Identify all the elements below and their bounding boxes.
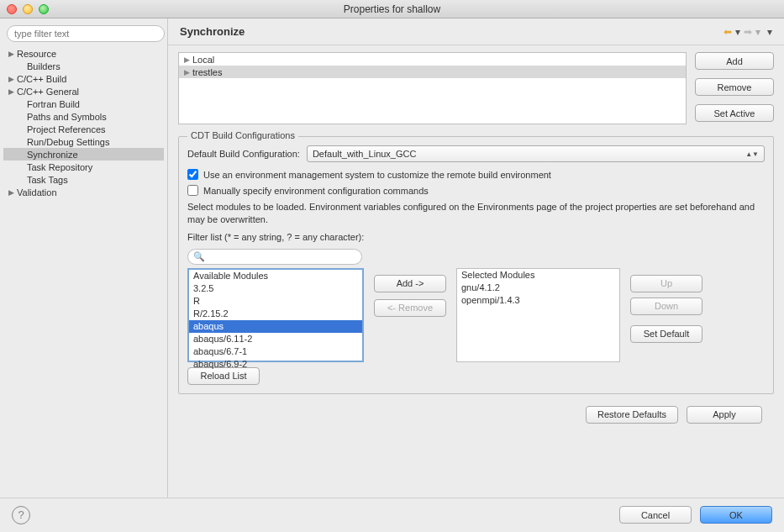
connection-item[interactable]: ▶trestles <box>179 66 686 78</box>
nav-back-icon[interactable]: ⬅ <box>723 26 732 38</box>
add-module-button[interactable]: Add -> <box>374 275 446 292</box>
available-module-row[interactable]: R/2.15.2 <box>189 308 362 320</box>
use-env-checkbox[interactable] <box>187 169 198 180</box>
available-module-row[interactable]: abaqus <box>189 320 362 333</box>
sidebar-item-label: Builders <box>27 61 61 71</box>
selected-modules-list[interactable]: Selected Modulesgnu/4.1.2openmpi/1.4.3 <box>456 268 620 362</box>
sidebar-item-label: Paths and Symbols <box>27 112 107 122</box>
sidebar-item-fortran-build[interactable]: Fortran Build <box>3 97 164 110</box>
disclosure-arrow-icon[interactable]: ▶ <box>8 188 17 197</box>
category-tree: ▶ResourceBuilders▶C/C++ Build▶C/C++ Gene… <box>3 47 164 198</box>
sidebar-item-c-c-build[interactable]: ▶C/C++ Build <box>3 72 164 85</box>
available-module-row[interactable]: abaqus/6.11-2 <box>189 333 362 345</box>
available-modules-list[interactable]: Available Modules3.2.5RR/2.15.2abaqusaba… <box>187 268 364 362</box>
available-module-row[interactable]: 3.2.5 <box>189 282 362 295</box>
sidebar-item-label: Resource <box>17 49 56 59</box>
sidebar-item-label: Fortran Build <box>27 99 80 109</box>
available-module-row[interactable]: abaqus/6.9-2 <box>189 358 362 371</box>
filter-label: Filter list (* = any string, ? = any cha… <box>187 231 765 244</box>
sidebar-item-paths-and-symbols[interactable]: Paths and Symbols <box>3 110 164 123</box>
sidebar-item-run-debug-settings[interactable]: Run/Debug Settings <box>3 135 164 148</box>
sidebar: ▶ResourceBuilders▶C/C++ Build▶C/C++ Gene… <box>0 18 168 498</box>
close-window-button[interactable] <box>7 4 17 14</box>
page-header: Synchronize ⬅ ▾ ➡ ▾ ▾ <box>168 18 784 45</box>
manual-env-label: Manually specify environment configurati… <box>203 186 429 196</box>
module-search-input[interactable] <box>208 251 356 261</box>
group-title: CDT Build Configurations <box>187 130 298 140</box>
sidebar-item-task-repository[interactable]: Task Repository <box>3 161 164 173</box>
window-title: Properties for shallow <box>0 3 784 15</box>
sidebar-item-c-c-general[interactable]: ▶C/C++ General <box>3 85 164 97</box>
sidebar-item-label: Project References <box>27 124 106 134</box>
default-build-select[interactable]: Default_with_Linux_GCC ▲▼ <box>307 145 765 162</box>
module-help-text: Select modules to be loaded. Environment… <box>187 201 765 226</box>
help-icon[interactable]: ? <box>12 506 30 524</box>
sidebar-item-resource[interactable]: ▶Resource <box>3 47 164 60</box>
sidebar-item-synchronize[interactable]: Synchronize <box>3 148 164 161</box>
sidebar-item-label: C/C++ General <box>17 87 79 97</box>
nav-forward-icon: ➡ <box>744 26 752 38</box>
sidebar-item-label: C/C++ Build <box>17 74 66 84</box>
selected-module-row[interactable]: openmpi/1.4.3 <box>457 294 619 307</box>
selected-modules-header: Selected Modules <box>457 269 619 282</box>
apply-button[interactable]: Apply <box>687 406 762 424</box>
sidebar-item-validation[interactable]: ▶Validation <box>3 186 164 198</box>
add-connection-button[interactable]: Add <box>695 52 774 70</box>
sidebar-item-label: Validation <box>17 187 57 198</box>
ok-button[interactable]: OK <box>700 506 772 524</box>
set-active-button[interactable]: Set Active <box>695 104 774 122</box>
connection-label: trestles <box>192 67 222 77</box>
available-modules-header: Available Modules <box>189 270 362 282</box>
cancel-button[interactable]: Cancel <box>619 506 692 524</box>
nav-back-menu-icon[interactable]: ▾ <box>735 26 740 38</box>
nav-forward-menu-icon: ▾ <box>755 26 760 38</box>
page-title: Synchronize <box>180 25 245 38</box>
disclosure-arrow-icon[interactable]: ▶ <box>8 75 17 83</box>
disclosure-arrow-icon[interactable]: ▶ <box>8 50 17 58</box>
default-build-label: Default Build Configuration: <box>187 149 300 159</box>
move-down-button[interactable]: Down <box>630 298 702 315</box>
dialog-button-bar: ? Cancel OK <box>0 498 784 531</box>
sidebar-item-label: Task Repository <box>27 162 92 172</box>
sidebar-item-project-references[interactable]: Project References <box>3 123 164 135</box>
minimize-window-button[interactable] <box>23 4 33 14</box>
sidebar-item-label: Synchronize <box>27 150 78 160</box>
restore-defaults-button[interactable]: Restore Defaults <box>586 406 678 424</box>
manual-env-checkbox[interactable] <box>187 185 198 196</box>
connections-list[interactable]: ▶Local▶trestles <box>178 52 687 124</box>
module-search[interactable]: 🔍 <box>187 249 362 265</box>
sidebar-item-label: Task Tags <box>27 175 68 185</box>
filter-input[interactable] <box>7 25 165 42</box>
set-default-button[interactable]: Set Default <box>630 325 702 343</box>
move-up-button[interactable]: Up <box>630 275 702 292</box>
remove-connection-button[interactable]: Remove <box>695 78 774 96</box>
default-build-value: Default_with_Linux_GCC <box>313 149 417 159</box>
disclosure-arrow-icon: ▶ <box>184 68 192 76</box>
titlebar: Properties for shallow <box>0 0 784 18</box>
remove-module-button[interactable]: <- Remove <box>374 299 446 317</box>
disclosure-arrow-icon[interactable]: ▶ <box>8 87 17 96</box>
available-module-row[interactable]: abaqus/6.7-1 <box>189 345 362 358</box>
search-icon: 🔍 <box>193 251 205 262</box>
select-caret-icon: ▲▼ <box>745 150 759 158</box>
connection-label: Local <box>192 55 214 65</box>
disclosure-arrow-icon: ▶ <box>184 55 192 64</box>
sidebar-item-builders[interactable]: Builders <box>3 60 164 72</box>
cdt-build-group: CDT Build Configurations Default Build C… <box>178 136 774 394</box>
selected-module-row[interactable]: gnu/4.1.2 <box>457 282 619 294</box>
zoom-window-button[interactable] <box>39 4 49 14</box>
use-env-label: Use an environment management system to … <box>203 170 551 180</box>
connection-item[interactable]: ▶Local <box>179 53 686 66</box>
sidebar-item-label: Run/Debug Settings <box>27 137 109 147</box>
traffic-lights <box>0 4 49 14</box>
sidebar-item-task-tags[interactable]: Task Tags <box>3 173 164 186</box>
nav-dropdown-icon[interactable]: ▾ <box>767 26 772 38</box>
available-module-row[interactable]: R <box>189 295 362 308</box>
